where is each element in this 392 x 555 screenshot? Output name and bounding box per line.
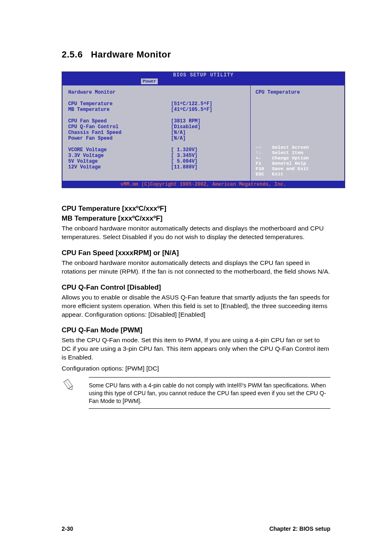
bios-value: [51ºC/122.5ºF] xyxy=(171,101,212,107)
bios-keyrow: +-Change Option xyxy=(256,155,339,161)
bios-label: MB Temperature xyxy=(68,107,171,113)
note-text: Some CPU fans with a 4-pin cable do not … xyxy=(89,377,330,409)
note-block: Some CPU fans with a 4-pin cable do not … xyxy=(62,377,330,409)
bios-label: VCORE Voltage xyxy=(68,147,171,153)
bios-value: [ 3.345V] xyxy=(171,153,198,159)
subheading-cpu-temp: CPU Temperature [xxxºC/xxxºF] xyxy=(62,205,330,213)
bios-row: 12V Voltage[11.880V] xyxy=(68,164,244,170)
bios-key-desc: Exit xyxy=(272,171,284,177)
bios-help-title: CPU Temperature xyxy=(256,90,339,95)
bios-title: BIOS SETUP UTILITY xyxy=(62,72,345,78)
bios-row: CPU Q-Fan Control[Disabled] xyxy=(68,124,244,130)
bios-tab-row: Power xyxy=(62,78,345,85)
bios-row: VCORE Voltage[ 1.320V] xyxy=(68,147,244,153)
bios-label: CPU Temperature xyxy=(68,101,171,107)
bios-value: [N/A] xyxy=(171,130,186,136)
bios-label: 12V Voltage xyxy=(68,164,171,170)
bios-value: [N/A] xyxy=(171,136,186,141)
body-text: Configuration options: [PWM] [DC] xyxy=(62,364,330,373)
bios-label: Power Fan Speed xyxy=(68,136,171,141)
bios-key: ←→ xyxy=(256,145,272,150)
section-heading: 2.5.6 Hardware Monitor xyxy=(62,49,330,60)
page-footer: 2-30 Chapter 2: BIOS setup xyxy=(62,525,330,532)
subheading-qfan-control: CPU Q-Fan Control [Disabled] xyxy=(62,283,330,292)
body-text: Sets the CPU Q-Fan mode. Set this item t… xyxy=(62,336,330,362)
bios-keyrow: F1General Help xyxy=(256,161,339,166)
bios-right-panel: CPU Temperature ←→Select Screen ↑↓Select… xyxy=(250,85,345,181)
bios-value: [Disabled] xyxy=(171,124,201,130)
bios-left-panel: Hardware Monitor CPU Temperature[51ºC/12… xyxy=(62,85,250,181)
bios-tab-power: Power xyxy=(141,78,158,84)
note-text-wrap: Some CPU fans with a 4-pin cable do not … xyxy=(89,377,330,409)
body-text: Allows you to enable or disable the ASUS… xyxy=(62,293,330,319)
subheading-mb-temp: MB Temperature [xxxºC/xxxºF] xyxy=(62,214,330,223)
body-text: The onboard hardware monitor automatical… xyxy=(62,259,330,276)
bios-key-desc: Select Screen xyxy=(272,145,309,150)
bios-screenshot: BIOS SETUP UTILITY Power Hardware Monito… xyxy=(62,71,345,188)
bios-keyrow: ←→Select Screen xyxy=(256,145,339,150)
bios-row: Power Fan Speed[N/A] xyxy=(68,136,244,141)
bios-label: Chassis Fan1 Speed xyxy=(68,130,171,136)
bios-row: Chassis Fan1 Speed[N/A] xyxy=(68,130,244,136)
subheading-cpu-fan-speed: CPU Fan Speed [xxxxRPM] or [N/A] xyxy=(62,249,330,257)
bios-keyrow: F10Save and Exit xyxy=(256,166,339,171)
bios-body: Hardware Monitor CPU Temperature[51ºC/12… xyxy=(62,85,345,181)
bios-label: 5V Voltage xyxy=(68,159,171,164)
bios-value: [ 1.320V] xyxy=(171,147,198,153)
bios-keyrow: ↑↓Select Item xyxy=(256,150,339,155)
bios-left-title: Hardware Monitor xyxy=(68,90,244,95)
bios-key-legend: ←→Select Screen ↑↓Select Item +-Change O… xyxy=(256,145,339,177)
pencil-icon xyxy=(62,377,76,391)
bios-key: +- xyxy=(256,155,272,161)
bios-key-desc: General Help xyxy=(272,161,306,166)
subheading-qfan-mode: CPU Q-Fan Mode [PWM] xyxy=(62,326,330,334)
bios-row: 3.3V Voltage[ 3.345V] xyxy=(68,153,244,159)
body-text: The onboard hardware monitor automatical… xyxy=(62,224,330,242)
bios-key-desc: Select Item xyxy=(272,150,303,155)
bios-value: [41ºC/105.5ºF] xyxy=(171,107,212,113)
bios-row: CPU Fan Speed[3813 RPM] xyxy=(68,118,244,124)
bios-label: 3.3V Voltage xyxy=(68,153,171,159)
bios-group-temps: CPU Temperature[51ºC/122.5ºF] MB Tempera… xyxy=(68,101,244,113)
bios-group-fans: CPU Fan Speed[3813 RPM] CPU Q-Fan Contro… xyxy=(68,118,244,141)
bios-value: [11.880V] xyxy=(171,164,198,170)
chapter-label: Chapter 2: BIOS setup xyxy=(269,525,330,532)
bios-footer: vMM.mm (C)Copyright 1985-2002, American … xyxy=(62,181,345,188)
bios-label: CPU Fan Speed xyxy=(68,118,171,124)
bios-keyrow: ESCExit xyxy=(256,171,339,177)
bios-row: 5V Voltage[ 5.094V] xyxy=(68,159,244,164)
bios-label: CPU Q-Fan Control xyxy=(68,124,171,130)
section-number: 2.5.6 xyxy=(62,49,83,60)
section-title-text: Hardware Monitor xyxy=(91,49,171,60)
svg-marker-1 xyxy=(68,386,74,391)
page-number: 2-30 xyxy=(62,525,73,532)
bios-key: F1 xyxy=(256,161,272,166)
bios-key: ↑↓ xyxy=(256,150,272,155)
bios-key-desc: Change Option xyxy=(272,155,309,161)
bios-key-desc: Save and Exit xyxy=(272,166,309,171)
bios-key: F10 xyxy=(256,166,272,171)
bios-value: [3813 RPM] xyxy=(171,118,201,124)
bios-value: [ 5.094V] xyxy=(171,159,198,164)
bios-row: CPU Temperature[51ºC/122.5ºF] xyxy=(68,101,244,107)
bios-row: MB Temperature[41ºC/105.5ºF] xyxy=(68,107,244,113)
bios-group-voltages: VCORE Voltage[ 1.320V] 3.3V Voltage[ 3.3… xyxy=(68,147,244,170)
bios-key: ESC xyxy=(256,171,272,177)
